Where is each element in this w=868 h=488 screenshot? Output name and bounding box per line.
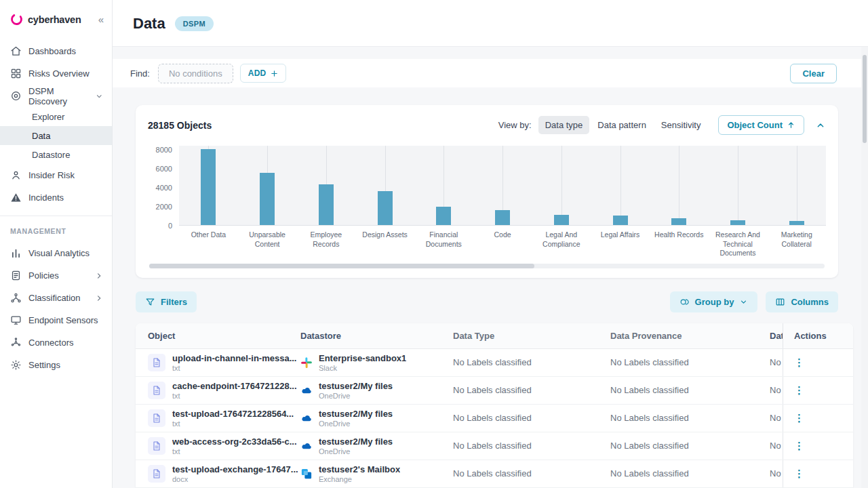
chart-card: 28185 Objects View by: Data type Data pa… xyxy=(136,105,838,278)
add-condition-button[interactable]: ADD xyxy=(240,64,286,83)
chart-scrollbar-thumb[interactable] xyxy=(149,264,534,268)
table-row[interactable]: web-access-org-2c33da56-c...txttestuser2… xyxy=(136,432,853,460)
actions-cell: ⋮ xyxy=(783,349,853,376)
chart-bar[interactable] xyxy=(789,221,804,225)
object-cell: web-access-org-2c33da56-c...txt xyxy=(136,436,300,455)
datastore-name: testuser2's Mailbox xyxy=(319,464,400,474)
datastore-service: OneDrive xyxy=(319,420,393,428)
chart-category: Marketing Collateral xyxy=(767,146,826,258)
group-by-button[interactable]: Group by xyxy=(670,291,758,312)
row-actions-button[interactable]: ⋮ xyxy=(794,441,804,451)
chart-bar[interactable] xyxy=(495,210,510,225)
sidebar-section-management: MANAGEMENT xyxy=(0,223,112,242)
conditions-chip[interactable]: No conditions xyxy=(158,64,233,83)
object-filetype: txt xyxy=(172,392,297,400)
sidebar-item-policies[interactable]: Policies xyxy=(0,264,112,287)
data-provenance-cell: No Labels classified xyxy=(610,357,770,367)
chart-category-label: Legal And Compliance xyxy=(532,230,591,258)
chart-bar[interactable] xyxy=(436,207,451,225)
sidebar-item-insider-risk[interactable]: Insider Risk xyxy=(0,164,112,186)
find-bar: Find: No conditions ADD Clear xyxy=(113,59,868,87)
clear-button[interactable]: Clear xyxy=(790,64,837,83)
chart-bar[interactable] xyxy=(378,191,393,225)
y-axis-tick: 2000 xyxy=(156,203,172,211)
row-actions-button[interactable]: ⋮ xyxy=(794,413,804,423)
sidebar-collapse-button[interactable]: « xyxy=(98,14,104,24)
tab-sensitivity[interactable]: Sensitivity xyxy=(654,116,708,134)
home-icon xyxy=(10,45,22,57)
row-actions-button[interactable]: ⋮ xyxy=(794,468,804,479)
file-document-icon xyxy=(148,465,165,483)
content: Find: No conditions ADD Clear 28185 Obje… xyxy=(113,47,868,488)
sidebar-item-dashboards[interactable]: Dashboards xyxy=(0,40,112,62)
sidebar-item-visual-analytics[interactable]: Visual Analytics xyxy=(0,242,112,264)
data-type-cell: No Labels classified xyxy=(453,413,610,423)
warning-triangle-icon xyxy=(10,192,22,203)
chart-bar[interactable] xyxy=(613,216,628,225)
sidebar-item-classification[interactable]: Classification xyxy=(0,287,112,309)
y-axis-tick: 0 xyxy=(168,222,172,230)
column-header-data-provenance[interactable]: Data Provenance xyxy=(610,331,770,341)
sidebar-item-incidents[interactable]: Incidents xyxy=(0,186,112,209)
table-row[interactable]: cache-endpoint-1764721228...txttestuser2… xyxy=(136,377,853,405)
sidebar-item-endpoint-sensors[interactable]: Endpoint Sensors xyxy=(0,309,112,331)
chart-category-area xyxy=(179,146,238,226)
row-actions-button[interactable]: ⋮ xyxy=(794,357,804,367)
find-label: Find: xyxy=(130,68,150,79)
y-axis-tick: 4000 xyxy=(156,184,172,192)
sidebar-item-connectors[interactable]: Connectors xyxy=(0,331,112,354)
datastore-name: testuser2/My files xyxy=(319,436,393,447)
chart-category-area xyxy=(767,146,826,226)
group-by-icon xyxy=(679,297,690,307)
row-actions-button[interactable]: ⋮ xyxy=(794,385,804,395)
chart-bar[interactable] xyxy=(730,220,745,225)
sidebar-item-label: Settings xyxy=(28,360,60,370)
data-type-cell: No Labels classified xyxy=(453,385,610,395)
page-scrollbar-thumb[interactable] xyxy=(863,55,867,143)
gridline xyxy=(561,146,562,225)
table-header-row: Object Datastore Data Type Data Provenan… xyxy=(136,323,853,349)
column-header-object[interactable]: Object xyxy=(136,331,300,341)
monitor-icon xyxy=(10,314,22,326)
object-name: web-access-org-2c33da56-c... xyxy=(172,436,297,447)
sidebar-item-settings[interactable]: Settings xyxy=(0,354,112,376)
chevron-up-icon[interactable] xyxy=(815,120,826,131)
columns-label: Columns xyxy=(791,297,829,307)
column-header-actions: Actions xyxy=(783,323,853,348)
truncated-cell: No xyxy=(770,413,783,423)
chart-horizontal-scrollbar xyxy=(149,264,825,268)
chart-category: Legal Affairs xyxy=(591,146,650,258)
column-header-datastore[interactable]: Datastore xyxy=(300,331,453,341)
chart-bar[interactable] xyxy=(671,218,686,225)
actions-cell: ⋮ xyxy=(783,377,853,404)
data-provenance-cell: No Labels classified xyxy=(610,441,770,451)
column-header-data-type[interactable]: Data Type xyxy=(453,331,610,341)
tab-data-type[interactable]: Data type xyxy=(538,116,590,134)
sidebar-item-explorer[interactable]: Explorer xyxy=(0,107,112,126)
object-count-sort-button[interactable]: Object Count xyxy=(718,115,804,135)
chart-bar[interactable] xyxy=(201,149,216,225)
table-row[interactable]: upload-in-channel-in-messa...txtEnterpri… xyxy=(136,349,853,377)
tab-data-pattern[interactable]: Data pattern xyxy=(591,116,653,134)
sidebar-item-data[interactable]: Data xyxy=(0,126,112,145)
actions-cell: ⋮ xyxy=(783,460,853,487)
sidebar-item-dspm-discovery[interactable]: DSPM Discovery xyxy=(0,85,112,107)
sidebar-item-risks-overview[interactable]: Risks Overview xyxy=(0,62,112,85)
filters-button[interactable]: Filters xyxy=(136,291,197,312)
chart-category: Unparsable Content xyxy=(238,146,297,258)
datastore-cell: testuser2/My filesOneDrive xyxy=(300,409,453,428)
sidebar-item-label: Visual Analytics xyxy=(28,248,90,258)
sidebar-item-datastore[interactable]: Datastore xyxy=(0,145,112,164)
table-row[interactable]: test-upload-1764721228564...txttestuser2… xyxy=(136,405,853,432)
table-row[interactable]: test-upload-exchange-17647...docxtestuse… xyxy=(136,460,853,488)
chart-header: 28185 Objects View by: Data type Data pa… xyxy=(148,115,826,135)
bar-chart-icon xyxy=(10,247,22,259)
chart-bar[interactable] xyxy=(260,173,275,225)
onedrive-icon xyxy=(300,412,313,424)
columns-button[interactable]: Columns xyxy=(766,291,838,312)
page-scrollbar xyxy=(861,47,868,488)
chart-bar[interactable] xyxy=(319,184,334,225)
chart-category-label: Health Records xyxy=(650,230,709,258)
column-header-truncated[interactable]: Dat xyxy=(770,331,783,341)
chart-bar[interactable] xyxy=(554,215,569,225)
